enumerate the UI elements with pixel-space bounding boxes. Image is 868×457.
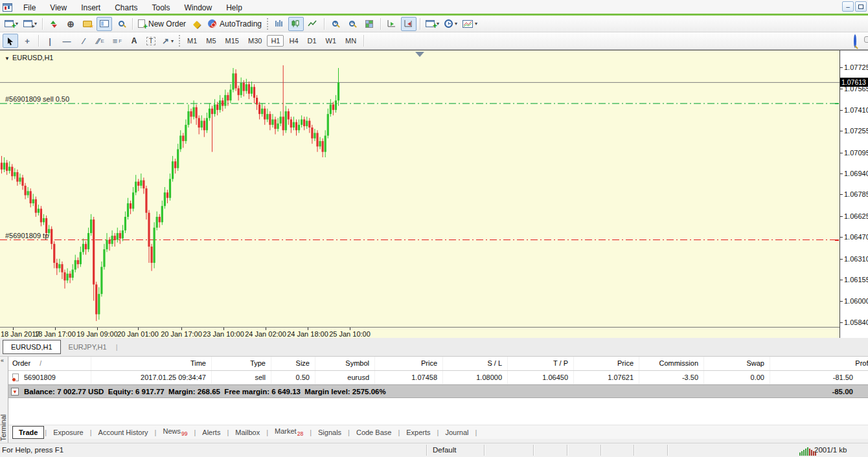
fibonacci-icon: ≡: [113, 36, 118, 46]
restore-button[interactable]: [855, 1, 867, 12]
indicators-button[interactable]: +▾: [424, 17, 441, 31]
text-tool-button[interactable]: A: [126, 34, 142, 48]
collapse-triangle-icon[interactable]: ▼: [5, 56, 10, 61]
chart-tab-eurjpy-h1[interactable]: EURJPY,H1: [61, 340, 115, 353]
chart-tab-eurusd-h1[interactable]: EURUSD,H1: [3, 340, 61, 354]
terminal-tab-alerts[interactable]: Alerts: [196, 427, 226, 438]
timeframe-h4[interactable]: H4: [285, 35, 302, 47]
label-tool-button[interactable]: T: [143, 34, 159, 48]
timeframe-w1[interactable]: W1: [322, 35, 341, 47]
timeframe-mn[interactable]: MN: [341, 35, 360, 47]
terminal-tab-experts[interactable]: Experts: [400, 427, 436, 438]
terminal-tab-mailbox[interactable]: Mailbox: [229, 427, 266, 438]
price-tick-label: 1.06940: [844, 170, 868, 177]
crosshair-tool-button[interactable]: +: [19, 34, 35, 48]
profiles-button[interactable]: ▸▾: [21, 17, 39, 31]
market-watch-button[interactable]: [46, 17, 62, 31]
column-header-type[interactable]: Type: [212, 357, 271, 370]
column-header-s-l[interactable]: S / L: [443, 357, 508, 370]
auto-scroll-icon: [387, 19, 396, 28]
label-icon: T: [146, 37, 155, 45]
data-window-icon: ⊕: [67, 20, 74, 28]
menu-item-window[interactable]: Window: [177, 1, 220, 14]
price-tick-label: 1.07725: [844, 63, 868, 71]
terminal-tab-code-base[interactable]: Code Base: [350, 427, 397, 438]
time-tick-label: 23 Jan 10:00: [203, 330, 244, 338]
terminal-tab-account-history[interactable]: Account History: [93, 427, 154, 438]
bar-chart-button[interactable]: [271, 17, 287, 31]
chart-shift-icon: [404, 19, 413, 28]
zoom-out-button[interactable]: −: [345, 17, 360, 31]
equidistant-channel-button[interactable]: ∕∕E: [93, 34, 108, 48]
terminal-tab-market[interactable]: Market28: [269, 425, 309, 439]
candlestick-chart-button[interactable]: [288, 17, 304, 31]
column-header-t-p[interactable]: T / P: [508, 357, 574, 370]
menu-item-file[interactable]: File: [16, 1, 43, 14]
terminal-tab-signals[interactable]: Signals: [312, 427, 347, 438]
column-header-price[interactable]: Price: [375, 357, 443, 370]
profiles-icon: ▸: [23, 20, 32, 27]
vertical-line-button[interactable]: |: [42, 34, 58, 48]
autotrading-button[interactable]: AutoTrading: [206, 17, 264, 31]
column-header-swap[interactable]: Swap: [704, 357, 770, 370]
column-header-order[interactable]: Order/: [8, 357, 91, 370]
column-header-price[interactable]: Price: [574, 357, 639, 370]
minimize-button[interactable]: –: [842, 1, 854, 12]
zoom-in-button[interactable]: +: [328, 17, 343, 31]
menu-items: FileViewInsertChartsToolsWindowHelp: [16, 1, 249, 13]
terminal-collapse-icon[interactable]: «: [1, 357, 4, 364]
periods-button[interactable]: ▾: [442, 17, 459, 31]
terminal-button[interactable]: [97, 17, 112, 31]
timeframe-d1[interactable]: D1: [304, 35, 321, 47]
chat-bubble-icon[interactable]: [864, 36, 868, 43]
timeframe-m30[interactable]: M30: [244, 35, 266, 47]
order-cell-8: 1.07621: [574, 371, 639, 384]
status-profile[interactable]: Default: [433, 446, 456, 454]
column-header-symbol[interactable]: Symbol: [315, 357, 375, 370]
chart-shift-button[interactable]: [401, 17, 417, 31]
terminal-tab-exposure[interactable]: Exposure: [47, 427, 89, 438]
chevron-down-icon: ▾: [171, 38, 174, 44]
fibonacci-button[interactable]: ≡F: [109, 34, 125, 48]
column-header-profit[interactable]: Profit: [770, 357, 868, 370]
time-tick-label: 18 Jan 17:00: [34, 330, 76, 338]
trade-table-order-row[interactable]: 569018092017.01.25 09:34:47sell0.50eurus…: [8, 371, 868, 385]
line-chart-button[interactable]: [305, 17, 321, 31]
terminal-panel: « Terminal Order/TimeTypeSizeSymbolPrice…: [0, 357, 868, 443]
terminal-tab-news[interactable]: News99: [157, 425, 193, 439]
menu-item-charts[interactable]: Charts: [108, 1, 144, 14]
new-order-button[interactable]: +New Order: [136, 17, 188, 31]
timeframe-m15[interactable]: M15: [222, 35, 243, 47]
timeframe-m5[interactable]: M5: [202, 35, 220, 47]
chart-shift-marker[interactable]: [415, 52, 424, 57]
chart-window[interactable]: ▼EURUSD,H1 #56901809 sell 0.50 #56901809…: [0, 50, 868, 338]
cursor-tool-button[interactable]: [3, 34, 18, 48]
menu-item-tools[interactable]: Tools: [145, 1, 177, 14]
crosshair-icon: +: [25, 36, 30, 46]
column-header-commission[interactable]: Commission: [639, 357, 704, 370]
terminal-tab-journal[interactable]: Journal: [439, 427, 474, 438]
column-header-time[interactable]: Time: [91, 357, 212, 370]
terminal-tab-trade[interactable]: Trade: [12, 426, 44, 439]
metaeditor-button[interactable]: ◆: [189, 17, 205, 31]
tab-divider: |: [227, 429, 229, 436]
menu-item-insert[interactable]: Insert: [74, 1, 108, 14]
timeframe-h1[interactable]: H1: [267, 35, 284, 47]
menu-item-help[interactable]: Help: [219, 1, 249, 14]
horizontal-line-button[interactable]: —: [59, 34, 74, 48]
strategy-tester-button[interactable]: [113, 17, 129, 31]
new-chart-button[interactable]: +▾: [3, 17, 20, 31]
search-icon[interactable]: [854, 36, 856, 47]
column-header-size[interactable]: Size: [271, 357, 315, 370]
data-window-button[interactable]: ⊕: [63, 17, 78, 31]
trendline-button[interactable]: ∕: [76, 34, 91, 48]
menu-item-view[interactable]: View: [43, 1, 74, 14]
shapes-button[interactable]: ↗▾: [160, 34, 176, 48]
auto-scroll-button[interactable]: [384, 17, 400, 31]
navigator-button[interactable]: [80, 17, 95, 31]
tile-windows-button[interactable]: [361, 17, 377, 31]
timeframe-m1[interactable]: M1: [183, 35, 201, 47]
templates-button[interactable]: ▾: [461, 17, 479, 31]
order-cell-7: 1.06450: [508, 371, 574, 384]
trendline-icon: ∕: [83, 36, 84, 46]
